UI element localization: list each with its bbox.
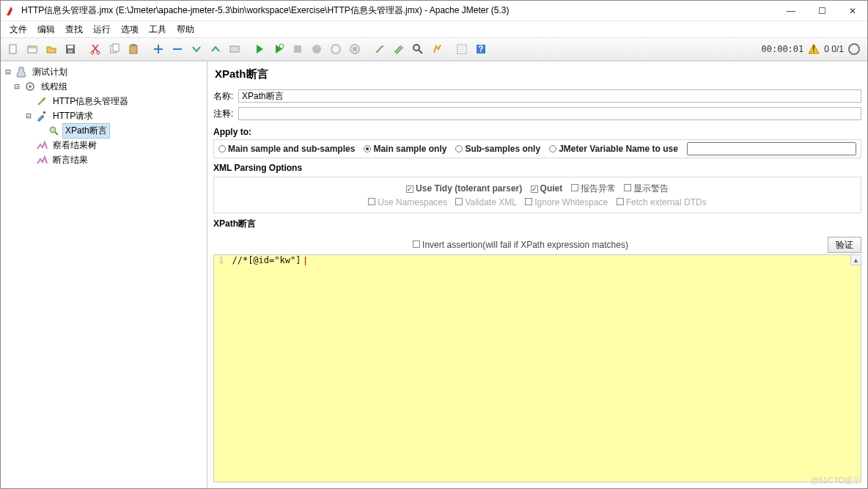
svg-rect-4 [67,45,73,48]
svg-point-25 [29,85,32,88]
window-title: HTTP信息头管理器.jmx (E:\Jmeter\apache-jmeter-… [21,4,775,17]
thread-counts: 0 0/1 [824,44,844,54]
titlebar: HTTP信息头管理器.jmx (E:\Jmeter\apache-jmeter-… [1,1,867,21]
editor-panel: XPath断言 名称: 注释: Apply to: Main sample an… [207,62,867,488]
toolbar: ? 00:00:01 ! 0 0/1 [1,37,867,61]
jmeter-feather-icon [5,5,17,17]
stop-icon[interactable] [289,40,306,58]
new-icon[interactable] [4,40,22,58]
menubar: 文件 编辑 查找 运行 选项 工具 帮助 [1,21,867,37]
window-minimize-button[interactable]: — [781,6,801,16]
apply-to-group: Main sample and sub-samples Main sample … [213,139,861,158]
cut-icon[interactable] [87,40,104,58]
clear-all-icon[interactable] [390,40,408,58]
help-icon[interactable]: ? [472,40,490,58]
validate-xml-checkbox: Validate XML [455,197,516,207]
start-icon[interactable] [251,40,268,58]
menu-search[interactable]: 查找 [61,22,87,37]
tree-label: XPath断言 [62,123,110,139]
apply-to-main-only[interactable]: Main sample only [364,144,446,154]
paste-icon[interactable] [125,40,142,58]
name-input[interactable] [238,89,861,103]
svg-point-16 [331,45,340,54]
menu-help[interactable]: 帮助 [172,22,199,37]
svg-rect-18 [353,47,357,51]
report-errors-checkbox[interactable]: 报告异常 [571,183,616,194]
shutdown-icon[interactable] [308,40,326,58]
svg-point-13 [279,44,284,48]
svg-rect-11 [131,44,136,46]
eyedropper-icon [36,110,48,122]
svg-rect-26 [43,111,45,114]
jmeter-var-input[interactable] [687,142,856,155]
collapse-handle-icon[interactable]: ⊟ [24,111,33,121]
window-maximize-button[interactable]: ☐ [812,6,832,16]
save-icon[interactable] [62,40,79,58]
xpath-expression-text: //*[@id="kw"] [214,254,305,267]
results-tree-icon [36,139,48,151]
menu-options[interactable]: 选项 [117,22,143,37]
tree-node-http-request[interactable]: ⊟ HTTP请求 [1,109,207,123]
name-label: 名称: [213,90,238,103]
svg-point-19 [413,45,419,51]
watermark: @51CTO提示 [811,475,861,486]
svg-rect-14 [294,45,301,53]
collapse-icon[interactable] [207,40,224,58]
templates-icon[interactable] [23,40,41,58]
tree-node-xpath-assertion[interactable]: XPath断言 [1,123,207,138]
menu-file[interactable]: 文件 [5,22,32,37]
open-icon[interactable] [43,40,60,58]
invert-assertion-checkbox[interactable]: Invert assertion(will fail if XPath expr… [413,240,628,250]
warning-icon[interactable]: ! [808,43,820,55]
tree-node-http-header-manager[interactable]: HTTP信息头管理器 [1,94,207,109]
xml-parsing-label: XML Parsing Options [213,163,861,173]
expand-icon[interactable] [188,40,205,58]
remote-start-icon[interactable] [327,40,345,58]
function-helper-icon[interactable] [453,40,471,58]
wrench-icon [36,95,48,107]
apply-to-main-and-sub[interactable]: Main sample and sub-samples [218,144,355,154]
svg-rect-0 [10,45,16,54]
use-tidy-checkbox[interactable]: Use Tidy (tolerant parser) [406,183,522,194]
tree-node-view-results-tree[interactable]: 察看结果树 [1,138,207,152]
show-warnings-checkbox[interactable]: 显示警告 [624,183,669,194]
tree-node-thread-group[interactable]: ⊟ 线程组 [1,79,207,94]
tree-label: HTTP信息头管理器 [51,95,130,109]
panel-heading: XPath断言 [215,67,861,81]
svg-rect-9 [113,44,119,51]
test-plan-tree[interactable]: ⊟ 测试计划 ⊟ 线程组 HTTP信息头管理器 ⊟ HTTP请求 [1,62,207,488]
svg-text:?: ? [478,44,483,54]
thread-group-icon [24,81,36,92]
tree-node-test-plan[interactable]: ⊟ 测试计划 [1,65,207,79]
svg-rect-5 [68,50,73,53]
copy-icon[interactable] [106,40,123,58]
assertion-results-icon [36,154,48,166]
tree-label: 察看结果树 [51,139,99,152]
add-icon[interactable] [150,40,167,58]
tree-label: 线程组 [39,80,70,94]
menu-edit[interactable]: 编辑 [33,22,59,37]
svg-rect-12 [230,46,239,52]
apply-to-jmeter-var[interactable]: JMeter Variable Name to use [549,144,678,154]
menu-tools[interactable]: 工具 [144,22,171,37]
validate-button[interactable]: 验证 [828,237,861,253]
tree-node-assertion-results[interactable]: 断言结果 [1,152,207,167]
collapse-handle-icon[interactable]: ⊟ [12,81,21,92]
remove-icon[interactable] [169,40,186,58]
reset-search-icon[interactable] [428,40,446,58]
quiet-checkbox[interactable]: Quiet [531,183,563,194]
remote-stop-icon[interactable] [346,40,364,58]
search-icon[interactable] [409,40,427,58]
apply-to-sub-only[interactable]: Sub-samples only [455,144,540,154]
clear-icon[interactable] [371,40,389,58]
menu-run[interactable]: 运行 [89,22,115,37]
use-namespaces-checkbox: Use Namespaces [368,197,447,207]
xpath-expression-input[interactable]: //*[@id="kw"] ▲ [213,254,861,482]
window-close-button[interactable]: ✕ [842,6,863,16]
magnifier-icon [48,125,59,136]
start-no-timer-icon[interactable] [270,40,287,58]
scroll-up-icon[interactable]: ▲ [850,255,861,265]
toggle-icon[interactable] [226,40,243,58]
collapse-handle-icon[interactable]: ⊟ [4,67,12,77]
comment-input[interactable] [238,107,861,120]
